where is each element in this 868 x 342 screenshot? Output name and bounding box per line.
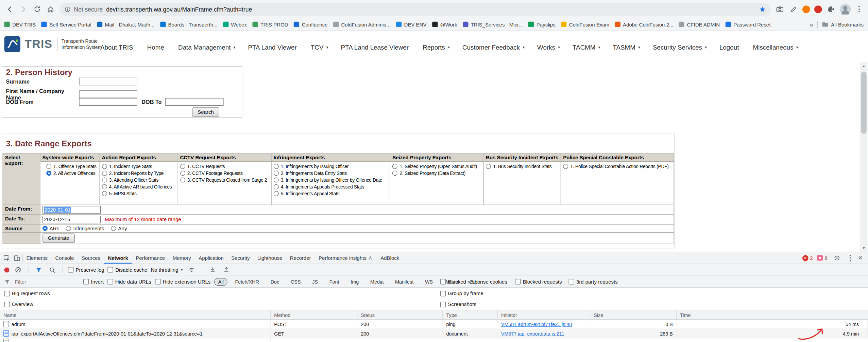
tab-recorder[interactable]: Recorder	[286, 252, 315, 264]
edit-pencil-icon[interactable]	[789, 4, 798, 14]
bookmark-item[interactable]: ColdFusion Adminis...	[333, 21, 391, 28]
bookmark-item[interactable]: TRIS PROD	[252, 21, 288, 28]
tab-performance[interactable]: Performance	[132, 252, 169, 264]
filter-pill-css[interactable]: CSS	[287, 278, 305, 286]
devtools-menu-kebab-icon[interactable]	[846, 254, 854, 262]
overview-checkbox[interactable]: Overview	[4, 302, 33, 308]
radio-option[interactable]: 1. CCTV Requests	[180, 164, 269, 169]
radio-option[interactable]: 1. Seized Property (Open Status Audit)	[392, 164, 481, 169]
bookmark-item[interactable]: DEV ENV	[396, 21, 427, 28]
devtools-close-icon[interactable]	[858, 255, 863, 261]
surname-input[interactable]	[79, 78, 137, 86]
filter-pill-all[interactable]: All	[215, 278, 227, 286]
forward-button[interactable]	[19, 4, 28, 14]
radio-option[interactable]: 2. Incident Reports by Type	[102, 171, 175, 176]
preserve-log-checkbox[interactable]: Preserve log	[68, 267, 104, 273]
nav-home[interactable]: Home	[147, 44, 166, 51]
console-errors-badge[interactable]: 2	[802, 255, 813, 261]
filter-pill-font[interactable]: Font	[326, 278, 343, 286]
col-header-status[interactable]: Status	[357, 310, 443, 319]
nav-miscellaneous[interactable]: Miscellaneous▼	[753, 44, 799, 51]
nav-tasmm[interactable]: TASMM▼	[613, 44, 641, 51]
disable-cache-checkbox[interactable]: Disable cache	[108, 267, 148, 273]
dob-to-input[interactable]	[166, 98, 224, 106]
generate-button[interactable]: Generate	[42, 234, 75, 243]
address-bar[interactable]: Not secure devtris.transperth.wa.gov.au/…	[59, 3, 771, 16]
nav-tacmm[interactable]: TACMM▼	[573, 44, 601, 51]
radio-option[interactable]: 1. Incident Type Stats	[102, 164, 175, 169]
hide-data-urls-checkbox[interactable]: Hide data URLs	[107, 279, 151, 285]
hide-extension-urls-checkbox[interactable]: Hide extension URLs	[155, 279, 210, 285]
nav-data-management[interactable]: Data Management▼	[178, 44, 236, 51]
extensions-puzzle-icon[interactable]	[826, 4, 836, 14]
network-filter-input[interactable]	[14, 278, 80, 285]
date-to-input[interactable]: 2020-12-15	[42, 216, 101, 223]
search-button[interactable]: Search	[192, 107, 219, 117]
screenshots-checkbox[interactable]: Screenshots	[440, 302, 476, 308]
search-icon[interactable]	[47, 265, 57, 275]
filter-pill-fetch-xhr[interactable]: Fetch/XHR	[231, 278, 263, 286]
bookmark-item[interactable]: Password Reset	[725, 21, 770, 28]
initiator-link[interactable]: VM581 adrum-ext.bf71fe3...js:40	[501, 322, 572, 327]
nav-customer-feedback[interactable]: Customer Feedback▼	[462, 44, 525, 51]
source-radio-any[interactable]: Any	[111, 226, 127, 232]
initiator-link[interactable]: VM577 iap_exportdata.js:211	[501, 331, 564, 336]
nav-logout[interactable]: Logout	[719, 44, 741, 51]
inspect-element-icon[interactable]	[2, 253, 12, 263]
radio-option[interactable]: 3. Attending Officer Stats	[102, 178, 175, 183]
network-request-row[interactable]: adrum POST 200 ping VM581 adrum-ext.bf71…	[0, 320, 868, 329]
tab-console[interactable]: Console	[51, 252, 78, 264]
radio-option[interactable]: 1. Infringements by Issuing Officer	[273, 164, 388, 169]
date-from-input[interactable]: 2020-01-01	[42, 206, 101, 214]
bookmark-item[interactable]: Mail - Dhakal, Madh...	[97, 21, 155, 28]
page-info-icon[interactable]	[65, 6, 71, 12]
source-radio-infringements[interactable]: Infringements	[66, 226, 104, 232]
col-header-method[interactable]: Method	[271, 310, 357, 319]
extension-icon-red[interactable]	[814, 5, 822, 13]
filter-pill-doc[interactable]: Doc	[267, 278, 283, 286]
col-header-name[interactable]: Name	[0, 310, 271, 319]
blocked-response-cookies-checkbox[interactable]: Blocked response cookies	[440, 279, 507, 285]
import-har-icon[interactable]	[207, 265, 218, 275]
network-request-row[interactable]: iap_exportAllActiveOffences.cfm?dateFrom…	[0, 329, 868, 339]
dob-from-input[interactable]	[79, 98, 137, 106]
radio-option[interactable]: 4. Infringements Appeals Processed Stats	[273, 184, 388, 190]
group-by-frame-checkbox[interactable]: Group by frame	[440, 290, 483, 296]
col-header-initiator[interactable]: Initiator	[498, 310, 591, 319]
radio-option[interactable]: 2. Seized Property (Data Extract)	[392, 171, 481, 176]
tab-network[interactable]: Network	[104, 252, 132, 264]
tab-memory[interactable]: Memory	[169, 252, 195, 264]
network-request-row-partial[interactable]	[0, 338, 868, 342]
bookmarks-overflow-chevron[interactable]: »	[810, 21, 813, 28]
firstname-input[interactable]	[79, 90, 137, 98]
clear-network-log-icon[interactable]	[13, 265, 23, 275]
record-network-log-button[interactable]	[4, 267, 10, 272]
tab-performance-insights[interactable]: Performance insights	[315, 252, 377, 264]
page-scrollbar[interactable]: ▲ ▼	[860, 62, 867, 252]
network-conditions-icon[interactable]	[187, 265, 197, 275]
issues-badge[interactable]: 6	[817, 255, 828, 261]
nav-tcv[interactable]: TCV▼	[311, 44, 329, 51]
export-har-icon[interactable]	[221, 265, 231, 275]
tab-lighthouse[interactable]: Lighthouse	[254, 252, 286, 264]
bookmark-item[interactable]: Confluence	[294, 21, 328, 28]
bookmark-item[interactable]: Payslips	[528, 21, 556, 28]
bookmark-item[interactable]: DEV TRIS	[4, 21, 36, 28]
filter-funnel-icon[interactable]	[34, 265, 44, 275]
devtools-settings-gear-icon[interactable]	[832, 253, 842, 263]
bookmark-item[interactable]: Webex	[223, 21, 247, 28]
nav-works[interactable]: Works▼	[537, 44, 561, 51]
invert-checkbox[interactable]: Invert	[83, 279, 104, 285]
radio-option[interactable]: 1. Police Special Constable Action Repor…	[563, 164, 671, 169]
extension-icon-orange[interactable]	[802, 5, 810, 13]
tab-adblock[interactable]: AdBlock	[377, 252, 403, 264]
browser-menu-kebab-icon[interactable]	[855, 5, 863, 13]
radio-option[interactable]: 1. Offence Type Stats	[46, 164, 97, 169]
refresh-button[interactable]	[32, 4, 42, 14]
col-header-size[interactable]: Size	[590, 310, 677, 319]
radio-option[interactable]: 5. Infringements Appeal Stats	[273, 191, 388, 196]
nav-reports[interactable]: Reports▼	[423, 44, 450, 51]
col-header-time[interactable]: Time	[677, 310, 868, 319]
bookmark-item[interactable]: ColdFusion Exam	[561, 21, 609, 28]
scroll-up-arrow[interactable]: ▲	[860, 62, 867, 70]
